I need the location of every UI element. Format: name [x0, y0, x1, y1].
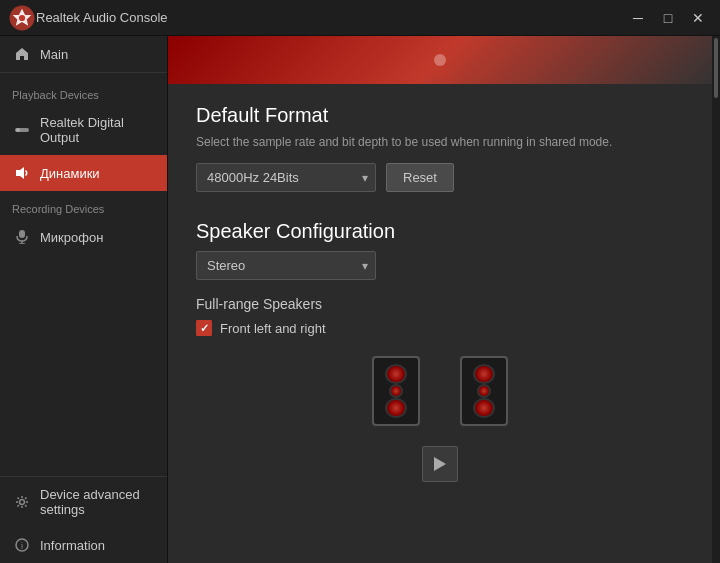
- front-lr-checkbox[interactable]: [196, 320, 212, 336]
- svg-marker-13: [434, 457, 446, 471]
- play-area: [196, 446, 684, 482]
- fullrange-title: Full-range Speakers: [196, 296, 684, 312]
- left-speaker-dot-mid: [389, 384, 403, 397]
- svg-point-2: [19, 14, 25, 20]
- right-speaker-dot-top: [473, 364, 495, 384]
- default-format-title: Default Format: [196, 104, 684, 127]
- speaker-config-section: Speaker Configuration Stereo Full-range …: [196, 220, 684, 482]
- info-icon: i: [14, 537, 30, 553]
- left-speaker-dot-bot: [385, 398, 407, 418]
- svg-point-9: [20, 500, 25, 505]
- speaker-config-row: Stereo: [196, 251, 684, 280]
- microphone-icon: [14, 229, 30, 245]
- information-label: Information: [40, 538, 105, 553]
- sidebar-main-label: Main: [40, 47, 68, 62]
- gear-icon: [14, 494, 30, 510]
- rog-logo-icon: [8, 4, 36, 32]
- content-area: Default Format Select the sample rate an…: [168, 84, 712, 518]
- speaker-config-select[interactable]: Stereo: [196, 251, 376, 280]
- format-select[interactable]: 48000Hz 24Bits: [196, 163, 376, 192]
- svg-text:i: i: [21, 541, 23, 551]
- banner-graphic: [410, 40, 470, 80]
- main-content: Default Format Select the sample rate an…: [168, 36, 712, 563]
- sidebar-item-information[interactable]: i Information: [0, 527, 167, 563]
- format-row: 48000Hz 24Bits Reset: [196, 163, 684, 192]
- playback-section-label: Playback Devices: [0, 77, 167, 105]
- app-body: Main Playback Devices Realtek Digital Ou…: [0, 36, 720, 563]
- svg-point-4: [16, 128, 20, 132]
- sidebar-item-microphone[interactable]: Микрофон: [0, 219, 167, 255]
- right-speaker-dot-bot: [473, 398, 495, 418]
- sidebar-item-speakers[interactable]: Динамики: [0, 155, 167, 191]
- maximize-button[interactable]: □: [654, 4, 682, 32]
- scrollbar-thumb[interactable]: [714, 38, 718, 98]
- window-controls: ─ □ ✕: [624, 4, 712, 32]
- device-settings-label: Device advanced settings: [40, 487, 153, 517]
- speaker-sidebar-icon: [14, 165, 30, 181]
- sidebar-bottom: Device advanced settings i Information: [0, 476, 167, 563]
- speakers-label: Динамики: [40, 166, 100, 181]
- default-format-section: Default Format Select the sample rate an…: [196, 104, 684, 192]
- close-button[interactable]: ✕: [684, 4, 712, 32]
- sidebar-item-main[interactable]: Main: [0, 36, 167, 73]
- format-select-wrapper: 48000Hz 24Bits: [196, 163, 376, 192]
- sidebar: Main Playback Devices Realtek Digital Ou…: [0, 36, 168, 563]
- front-lr-label: Front left and right: [220, 321, 326, 336]
- svg-marker-5: [16, 167, 24, 179]
- right-speaker-dot-mid: [477, 384, 491, 397]
- reset-button[interactable]: Reset: [386, 163, 454, 192]
- app-title: Realtek Audio Console: [36, 10, 624, 25]
- titlebar: Realtek Audio Console ─ □ ✕: [0, 0, 720, 36]
- sidebar-item-device-settings[interactable]: Device advanced settings: [0, 477, 167, 527]
- digital-output-label: Realtek Digital Output: [40, 115, 153, 145]
- digital-output-icon: [14, 122, 30, 138]
- top-banner: [168, 36, 712, 84]
- front-lr-row: Front left and right: [196, 320, 684, 336]
- play-button[interactable]: [422, 446, 458, 482]
- microphone-label: Микрофон: [40, 230, 103, 245]
- speaker-diagram: [196, 356, 684, 426]
- scrollbar-track[interactable]: [712, 36, 720, 563]
- svg-rect-6: [19, 230, 25, 238]
- svg-point-12: [434, 54, 446, 66]
- speaker-config-title: Speaker Configuration: [196, 220, 684, 243]
- play-icon: [434, 457, 446, 471]
- speaker-select-wrapper: Stereo: [196, 251, 376, 280]
- right-speaker-icon: [460, 356, 508, 426]
- left-speaker-dot-top: [385, 364, 407, 384]
- default-format-desc: Select the sample rate and bit depth to …: [196, 135, 684, 149]
- minimize-button[interactable]: ─: [624, 4, 652, 32]
- left-speaker-icon: [372, 356, 420, 426]
- recording-section-label: Recording Devices: [0, 191, 167, 219]
- sidebar-item-digital-output[interactable]: Realtek Digital Output: [0, 105, 167, 155]
- home-icon: [14, 46, 30, 62]
